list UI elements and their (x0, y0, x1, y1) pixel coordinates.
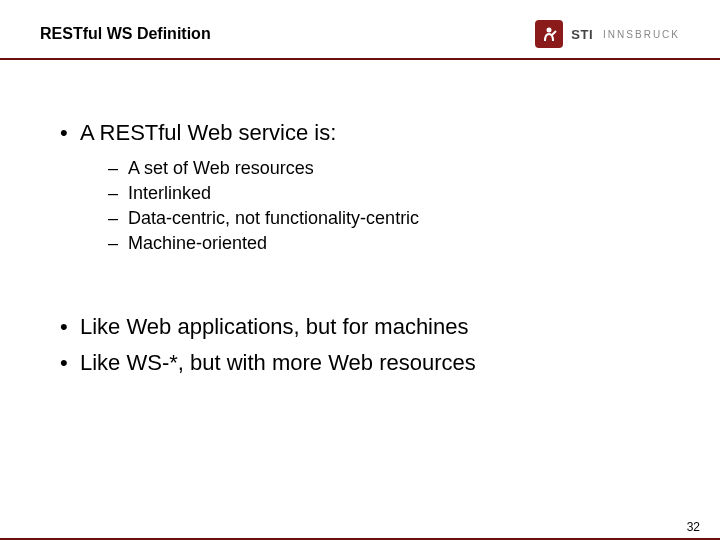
bullet-list: A RESTful Web service is: A set of Web r… (60, 120, 660, 254)
sub-bullet-text: Machine-oriented (128, 233, 267, 253)
sub-bullet-text: Data-centric, not functionality-centric (128, 208, 419, 228)
bullet-text: Like WS-*, but with more Web resources (80, 350, 476, 375)
slide-content: A RESTful Web service is: A set of Web r… (0, 60, 720, 416)
slide-title: RESTful WS Definition (40, 25, 211, 43)
bullet-text: A RESTful Web service is: (80, 120, 336, 145)
sub-bullet-list: A set of Web resources Interlinked Data-… (80, 158, 660, 254)
bullet-item: Like Web applications, but for machines (60, 314, 660, 340)
sub-bullet-item: Data-centric, not functionality-centric (108, 208, 660, 229)
bullet-item: Like WS-*, but with more Web resources (60, 350, 660, 376)
sub-bullet-item: A set of Web resources (108, 158, 660, 179)
bullet-list: Like Web applications, but for machines … (60, 314, 660, 376)
sub-bullet-text: Interlinked (128, 183, 211, 203)
logo-text-secondary: INNSBRUCK (603, 29, 680, 40)
bullet-item: A RESTful Web service is: A set of Web r… (60, 120, 660, 254)
sub-bullet-item: Machine-oriented (108, 233, 660, 254)
sti-logo-icon (535, 20, 563, 48)
svg-point-0 (547, 28, 552, 33)
logo-area: STI INNSBRUCK (535, 20, 680, 48)
page-number: 32 (687, 520, 700, 534)
bullet-text: Like Web applications, but for machines (80, 314, 468, 339)
slide-header: RESTful WS Definition STI INNSBRUCK (0, 0, 720, 58)
sub-bullet-text: A set of Web resources (128, 158, 314, 178)
logo-text-primary: STI (571, 27, 593, 42)
sub-bullet-item: Interlinked (108, 183, 660, 204)
